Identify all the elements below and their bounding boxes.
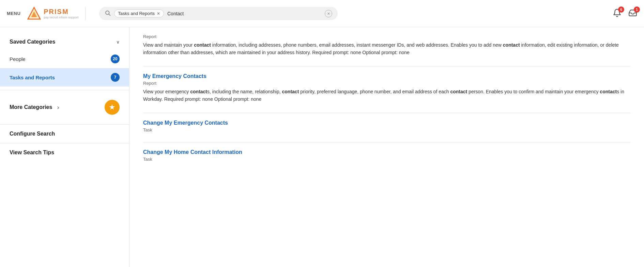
- notifications-button[interactable]: 6: [613, 9, 622, 18]
- change-emergency-contacts-title[interactable]: Change My Emergency Contacts: [143, 120, 630, 126]
- prism-logo-icon: [27, 7, 41, 20]
- header-right: 6 1: [613, 9, 637, 18]
- result-type-change-emergency: Task: [143, 127, 630, 132]
- search-input[interactable]: [167, 11, 321, 16]
- more-categories-chevron-icon: ›: [57, 104, 59, 111]
- people-badge: 20: [111, 54, 120, 63]
- result-change-emergency-contacts: Change My Emergency Contacts Task: [143, 120, 630, 132]
- result-my-emergency-contacts: My Emergency Contacts Report View your e…: [143, 73, 630, 103]
- tasks-reports-badge: 7: [111, 73, 120, 82]
- saved-categories-section: Saved Categories ∨ People 20 Tasks and R…: [0, 31, 129, 90]
- svg-line-4: [109, 14, 110, 15]
- more-categories-section: More Categories › ★: [0, 90, 129, 125]
- more-categories-row[interactable]: More Categories › ★: [0, 94, 129, 121]
- sidebar-item-tasks-reports[interactable]: Tasks and Reports 7: [0, 68, 129, 87]
- result-description-emergency: View your emergency contacts, including …: [143, 88, 630, 103]
- search-tag-close-icon[interactable]: ✕: [157, 11, 160, 16]
- inbox-badge: 1: [634, 6, 640, 13]
- logo-name: PRISM: [44, 8, 78, 16]
- star-badge: ★: [105, 100, 120, 115]
- main-content: Report View and maintain your contact in…: [129, 27, 644, 267]
- more-categories-label: More Categories: [10, 104, 52, 110]
- search-tag[interactable]: Tasks and Reports ✕: [114, 10, 164, 17]
- header: MENU PRISM pay recruit inform support Ta…: [0, 0, 644, 27]
- divider-1: [143, 66, 630, 66]
- divider-2: [143, 113, 630, 113]
- change-home-contact-title[interactable]: Change My Home Contact Information: [143, 149, 630, 155]
- tasks-reports-label: Tasks and Reports: [10, 75, 55, 80]
- search-icon: [105, 10, 111, 17]
- configure-search-link[interactable]: Configure Search: [0, 125, 129, 143]
- search-tag-label: Tasks and Reports: [118, 11, 155, 16]
- search-bar: Tasks and Reports ✕ ×: [99, 7, 338, 20]
- saved-categories-header[interactable]: Saved Categories ∨: [0, 34, 129, 50]
- divider-3: [143, 142, 630, 142]
- result-description-contact: View and maintain your contact informati…: [143, 41, 630, 57]
- people-label: People: [10, 56, 26, 62]
- layout: Saved Categories ∨ People 20 Tasks and R…: [0, 27, 644, 267]
- view-search-tips-link[interactable]: View Search Tips: [0, 143, 129, 162]
- saved-categories-chevron-icon: ∨: [116, 39, 120, 45]
- notifications-badge: 6: [618, 6, 624, 13]
- sidebar: Saved Categories ∨ People 20 Tasks and R…: [0, 27, 129, 267]
- logo-area: PRISM pay recruit inform support: [27, 7, 86, 20]
- result-type-change-home: Task: [143, 157, 630, 162]
- result-type-emergency: Report: [143, 81, 630, 86]
- result-type-contact: Report: [143, 34, 630, 39]
- star-icon: ★: [109, 103, 116, 112]
- logo-subtitle: pay recruit inform support: [44, 16, 78, 19]
- result-contact-report: Report View and maintain your contact in…: [143, 34, 630, 57]
- my-emergency-contacts-title[interactable]: My Emergency Contacts: [143, 73, 630, 79]
- inbox-button[interactable]: 1: [628, 9, 637, 18]
- logo-text-block: PRISM pay recruit inform support: [44, 8, 78, 19]
- sidebar-item-people[interactable]: People 20: [0, 50, 129, 68]
- menu-label[interactable]: MENU: [7, 11, 20, 16]
- result-change-home-contact: Change My Home Contact Information Task: [143, 149, 630, 162]
- search-clear-button[interactable]: ×: [325, 10, 332, 17]
- saved-categories-title: Saved Categories: [10, 39, 55, 45]
